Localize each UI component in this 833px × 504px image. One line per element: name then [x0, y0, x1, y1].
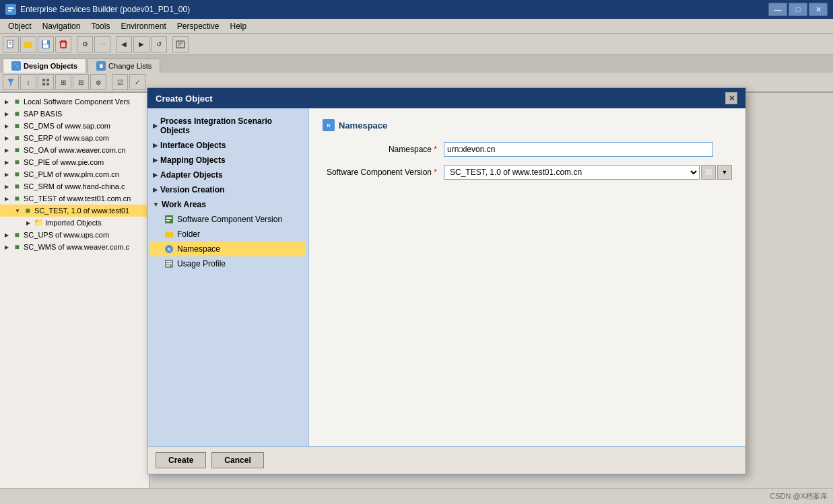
dialog-tree-adapter-objects[interactable]: ▶ Adapter Objects	[150, 168, 306, 182]
window-close-button[interactable]: ✕	[809, 3, 828, 16]
dialog-body: ▶ Process Integration Scenario Objects ▶…	[147, 108, 745, 446]
tree-item-sc-test-selected[interactable]: ▼ ■ SC_TEST, 1.0 of www.test01	[0, 205, 149, 217]
menu-bar: Object Navigation Tools Environment Pers…	[0, 19, 833, 34]
tab-change-lists[interactable]: 📋 Change Lists	[88, 59, 160, 73]
software-component-select[interactable]: SC_TEST, 1.0 of www.test01.com.cn	[444, 165, 700, 180]
usage-profile-label: Usage Profile	[177, 259, 226, 268]
reload-button[interactable]: ↺	[151, 36, 167, 52]
back-button[interactable]: ◀	[116, 36, 132, 52]
menu-tools[interactable]: Tools	[86, 20, 115, 32]
tree-label: Imported Objects	[45, 219, 102, 227]
forward-button[interactable]: ▶	[133, 36, 149, 52]
dialog-tree-work-areas[interactable]: ▼ Work Areas	[150, 197, 306, 212]
menu-environment[interactable]: Environment	[115, 20, 171, 32]
tree-item-sc-srm[interactable]: ▶ ■ SC_SRM of www.hand-china.c	[0, 180, 149, 192]
component-icon: ■	[12, 133, 22, 143]
dialog-tree-folder[interactable]: Folder	[150, 227, 306, 242]
cancel-button[interactable]: Cancel	[211, 452, 263, 468]
dialog-tree-interface-objects[interactable]: ▶ Interface Objects	[150, 138, 306, 153]
svg-rect-21	[42, 83, 45, 85]
menu-perspective[interactable]: Perspective	[172, 20, 225, 32]
new-button[interactable]	[3, 36, 19, 52]
minimize-button[interactable]: —	[768, 3, 787, 16]
tree-arrow: ▶	[3, 170, 11, 178]
tree-item-sc-dms[interactable]: ▶ ■ SC_DMS of www.sap.com	[0, 120, 149, 132]
properties-button[interactable]: ⚙	[77, 36, 93, 52]
tree-arrow: ▶	[3, 182, 11, 190]
component-icon: ■	[12, 121, 22, 131]
check-button[interactable]: ✓	[129, 74, 145, 90]
change-lists-icon: 📋	[96, 61, 106, 71]
tree-item-sc-ups[interactable]: ▶ ■ SC_UPS of www.ups.com	[0, 229, 149, 241]
dialog-tree-mapping-objects[interactable]: ▶ Mapping Objects	[150, 153, 306, 168]
software-component-dropdown-button[interactable]: ▼	[717, 165, 732, 180]
collapse-button[interactable]: ⊟	[73, 74, 89, 90]
dialog-tree-version-creation[interactable]: ▶ Version Creation	[150, 182, 306, 197]
svg-rect-2	[8, 10, 11, 11]
tree-label: SC_PLM of www.plm.com.cn	[24, 170, 119, 178]
menu-object[interactable]: Object	[3, 20, 37, 32]
dialog-tree-process-integration[interactable]: ▶ Process Integration Scenario Objects	[150, 114, 306, 138]
software-component-browse-button[interactable]: ⬜	[701, 165, 716, 180]
tree-label: SAP BASIS	[24, 110, 62, 118]
menu-help[interactable]: Help	[224, 20, 252, 32]
tree-arrow: ▶	[24, 219, 32, 227]
section-label: Version Creation	[160, 185, 224, 194]
dialog-tree-usage-profile[interactable]: Usage Profile	[150, 256, 306, 271]
component-icon: ■	[12, 145, 22, 155]
display-button[interactable]: ⊗	[90, 74, 106, 90]
form-section-icon: N	[323, 119, 335, 131]
design-objects-icon: 🔧	[11, 61, 21, 71]
tree-item-sc-plm[interactable]: ▶ ■ SC_PLM of www.plm.com.cn	[0, 168, 149, 180]
dialog-title: Create Object	[156, 94, 213, 104]
svg-rect-9	[43, 40, 47, 44]
tree-item-local[interactable]: ▶ ■ Local Software Component Vers	[0, 96, 149, 108]
tree-item-sc-test-parent[interactable]: ▶ ■ SC_TEST of www.test01.com.cn	[0, 192, 149, 205]
dialog-footer: Create Cancel	[147, 446, 745, 474]
tree-item-sc-wms[interactable]: ▶ ■ SC_WMS of www.weaver.com.c	[0, 241, 149, 253]
dialog-tree-software-component-version[interactable]: Software Component Version	[150, 212, 306, 227]
svg-marker-18	[7, 79, 14, 85]
tree-label: SC_WMS of www.weaver.com.c	[24, 243, 129, 251]
tree-arrow: ▶	[3, 146, 11, 154]
component-icon: ■	[12, 109, 22, 118]
svg-rect-27	[165, 231, 168, 233]
component-version-icon	[164, 214, 174, 225]
title-bar: Enterprise Services Builder (podev01_PD1…	[0, 0, 833, 19]
save-button[interactable]	[38, 36, 54, 52]
select-button[interactable]: ☑	[112, 74, 128, 90]
dialog-tree-namespace[interactable]: N Namespace	[150, 242, 306, 256]
history-button[interactable]	[172, 36, 189, 52]
dialog-titlebar: Create Object ✕	[147, 88, 745, 108]
sort-button[interactable]: ↕	[20, 74, 36, 90]
tree-item-sap-basis[interactable]: ▶ ■ SAP BASIS	[0, 108, 149, 120]
work-area-label: Software Component Version	[177, 215, 282, 224]
tree-label: Local Software Component Vers	[24, 98, 130, 106]
svg-rect-20	[46, 79, 49, 81]
tree-arrow: ▼	[13, 207, 22, 215]
group-button[interactable]	[38, 74, 54, 90]
filter-button[interactable]	[3, 74, 19, 90]
create-button[interactable]: Create	[156, 452, 206, 468]
tree-arrow: ▶	[3, 243, 11, 251]
tab-design-objects[interactable]: 🔧 Design Objects	[3, 59, 86, 73]
dialog-close-button[interactable]: ✕	[725, 92, 737, 104]
expand-arrow: ▶	[153, 157, 158, 164]
namespace-input[interactable]	[444, 142, 713, 157]
tree-label: SC_DMS of www.sap.com	[24, 122, 110, 130]
component-icon: ■	[12, 230, 22, 240]
tree-label: SC_SRM of www.hand-china.c	[24, 182, 125, 190]
menu-navigation[interactable]: Navigation	[37, 20, 86, 32]
tree-item-sc-oa[interactable]: ▶ ■ SC_OA of www.weaver.com.cn	[0, 144, 149, 156]
more-button[interactable]: ⋯	[94, 36, 110, 52]
open-button[interactable]	[20, 36, 36, 52]
tree-item-sc-erp[interactable]: ▶ ■ SC_ERP of www.sap.com	[0, 132, 149, 144]
svg-rect-23	[165, 215, 173, 223]
tree-arrow: ▶	[3, 158, 11, 166]
maximize-button[interactable]: □	[789, 3, 807, 16]
delete-button[interactable]	[55, 36, 71, 52]
tree-item-sc-pie[interactable]: ▶ ■ SC_PIE of www.pie.com	[0, 156, 149, 168]
expand-button[interactable]: ⊞	[55, 74, 71, 90]
tree-item-imported-objects[interactable]: ▶ 📁 Imported Objects	[0, 217, 149, 229]
tree-label: SC_TEST of www.test01.com.cn	[24, 194, 131, 203]
